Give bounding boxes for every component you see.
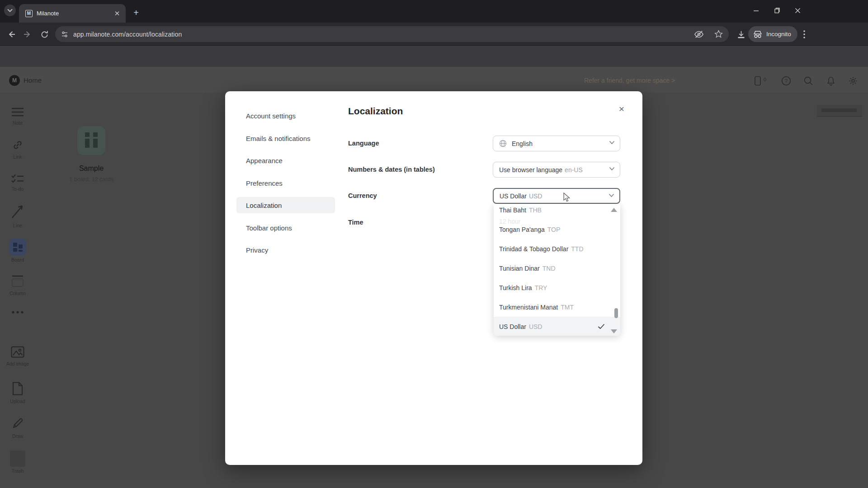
tool-board[interactable]: Board bbox=[2, 239, 33, 263]
settings-modal: × Account settings Emails & notification… bbox=[225, 91, 642, 465]
draw-pencil-icon bbox=[11, 417, 24, 430]
upload-file-icon bbox=[12, 382, 24, 395]
numbers-dates-label: Numbers & dates (in tables) bbox=[348, 166, 479, 173]
tool-note[interactable]: Note bbox=[2, 107, 33, 126]
tool-link[interactable]: Link bbox=[2, 139, 33, 160]
tool-trash[interactable]: Trash bbox=[2, 450, 33, 474]
board-card-subtitle: 1 board, 12 cards bbox=[55, 176, 127, 183]
browser-tab-strip: M Milanote ✕ + bbox=[0, 0, 868, 23]
device-badge: 0 bbox=[764, 77, 766, 82]
tool-add-image[interactable]: Add image bbox=[2, 346, 33, 366]
svg-text:?: ? bbox=[785, 78, 788, 84]
download-icon[interactable] bbox=[735, 28, 747, 40]
chevron-down-icon bbox=[609, 167, 615, 171]
eye-off-icon[interactable] bbox=[694, 29, 704, 39]
help-icon[interactable]: ? bbox=[781, 76, 791, 86]
nav-emails-notifications[interactable]: Emails & notifications bbox=[236, 130, 335, 146]
board-card-title[interactable]: Sample bbox=[64, 164, 118, 173]
board-icon bbox=[9, 239, 26, 256]
tool-upload[interactable]: Upload bbox=[2, 382, 33, 404]
bookmark-star-icon[interactable] bbox=[714, 29, 723, 39]
nav-appearance[interactable]: Appearance bbox=[236, 152, 335, 169]
browser-tab[interactable]: M Milanote ✕ bbox=[19, 4, 126, 23]
dropdown-scrollbar[interactable] bbox=[614, 308, 618, 318]
search-icon[interactable] bbox=[803, 76, 813, 86]
scroll-up-icon[interactable] bbox=[611, 208, 617, 212]
scroll-down-icon[interactable] bbox=[611, 329, 617, 333]
window-maximize-button[interactable] bbox=[772, 6, 781, 15]
check-icon bbox=[598, 324, 605, 329]
home-breadcrumb[interactable]: Home bbox=[24, 76, 42, 84]
app-top-band bbox=[0, 46, 868, 67]
nav-privacy[interactable]: Privacy bbox=[236, 242, 335, 258]
tool-column[interactable]: Column bbox=[2, 275, 33, 296]
url-bar[interactable]: app.milanote.com/account/localization bbox=[55, 26, 729, 42]
tab-close-icon[interactable]: ✕ bbox=[113, 9, 121, 18]
nav-localization[interactable]: Localization bbox=[236, 197, 335, 213]
tool-todo[interactable]: To-do bbox=[2, 174, 33, 192]
back-button[interactable] bbox=[5, 28, 17, 40]
milanote-favicon-icon: M bbox=[25, 10, 33, 17]
modal-title: Localization bbox=[348, 106, 403, 117]
link-icon bbox=[12, 139, 24, 151]
numbers-dates-select[interactable]: Use browser language en-US bbox=[493, 162, 620, 178]
currency-select[interactable]: US Dollar USD bbox=[493, 188, 620, 204]
tool-line[interactable]: Line bbox=[2, 203, 33, 228]
more-dots-icon bbox=[11, 310, 24, 314]
note-icon bbox=[11, 107, 24, 117]
modal-close-icon[interactable]: × bbox=[616, 103, 627, 115]
mouse-cursor bbox=[563, 192, 571, 202]
new-tab-button[interactable]: + bbox=[130, 7, 142, 19]
site-info-icon[interactable] bbox=[61, 30, 69, 38]
language-label: Language bbox=[348, 140, 479, 147]
line-arrow-icon bbox=[10, 203, 25, 220]
globe-icon bbox=[499, 140, 507, 147]
tool-more[interactable] bbox=[2, 308, 33, 316]
incognito-badge[interactable]: Incognito bbox=[748, 26, 797, 42]
tab-search-button[interactable] bbox=[4, 5, 16, 16]
incognito-icon bbox=[753, 30, 763, 38]
language-select[interactable]: English bbox=[493, 136, 620, 151]
browser-menu-icon[interactable] bbox=[798, 28, 810, 40]
forward-button[interactable] bbox=[22, 28, 33, 40]
todo-icon bbox=[11, 174, 24, 183]
currency-option[interactable]: Turkmenistani ManatTMT bbox=[494, 297, 620, 317]
window-minimize-button[interactable] bbox=[751, 6, 760, 15]
window-close-button[interactable] bbox=[793, 6, 802, 15]
nav-toolbar-options[interactable]: Toolbar options bbox=[236, 220, 335, 236]
currency-option[interactable]: Tunisian DinarTND bbox=[494, 258, 620, 278]
currency-option[interactable]: Tongan Pa'angaTOP bbox=[494, 220, 620, 239]
nav-account-settings[interactable]: Account settings bbox=[236, 108, 335, 124]
device-sync-icon[interactable] bbox=[753, 76, 763, 86]
screen: M Milanote ✕ + app.milanote.com/account/… bbox=[0, 0, 868, 488]
reload-button[interactable] bbox=[38, 28, 50, 40]
canvas-corner-control[interactable] bbox=[817, 105, 862, 117]
browser-toolbar: app.milanote.com/account/localization In… bbox=[0, 23, 868, 46]
time-label: Time bbox=[348, 219, 479, 226]
board-card-thumbnail[interactable] bbox=[77, 126, 105, 155]
chevron-down-icon bbox=[7, 9, 13, 12]
currency-option-selected[interactable]: US DollarUSD bbox=[494, 317, 620, 336]
currency-dropdown: 12 hour Thai BahtTHB Tongan Pa'angaTOP T… bbox=[494, 204, 620, 336]
tab-title: Milanote bbox=[37, 10, 113, 17]
currency-option[interactable]: Thai BahtTHB bbox=[494, 204, 620, 220]
currency-option[interactable]: Trinidad & Tobago DollarTTD bbox=[494, 239, 620, 258]
incognito-label: Incognito bbox=[766, 31, 791, 38]
notifications-bell-icon[interactable] bbox=[826, 76, 836, 86]
currency-option[interactable]: Turkish LiraTRY bbox=[494, 278, 620, 297]
tool-draw[interactable]: Draw bbox=[2, 417, 33, 439]
trash-icon bbox=[10, 450, 25, 467]
app-header bbox=[0, 67, 868, 93]
url-text[interactable]: app.milanote.com/account/localization bbox=[73, 31, 694, 38]
chevron-down-icon bbox=[609, 193, 614, 197]
chevron-down-icon bbox=[609, 141, 615, 145]
refer-a-friend-link[interactable]: Refer a friend, get more space > bbox=[584, 77, 684, 84]
currency-label: Currency bbox=[348, 192, 479, 199]
column-icon bbox=[11, 275, 24, 287]
window-controls bbox=[751, 0, 802, 21]
nav-preferences[interactable]: Preferences bbox=[236, 175, 335, 191]
settings-gear-icon[interactable] bbox=[848, 76, 858, 86]
add-image-icon bbox=[11, 346, 24, 358]
milanote-logo[interactable]: M bbox=[9, 75, 20, 86]
